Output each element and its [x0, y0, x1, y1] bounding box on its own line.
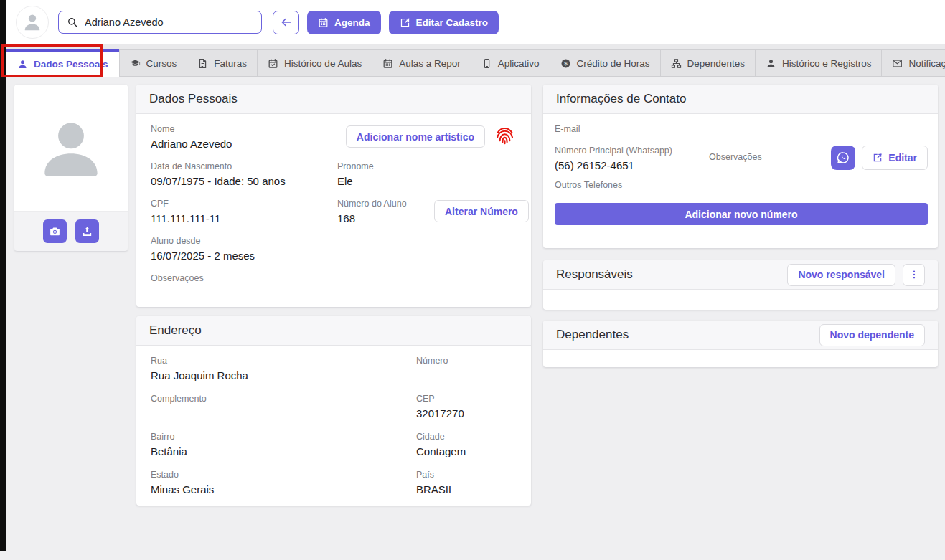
student-number-field: Número do Aluno 168: [337, 199, 434, 225]
sitemap-icon: [671, 58, 682, 69]
card-title: Dependentes: [556, 328, 629, 342]
upload-icon: [81, 225, 93, 237]
city-field: Cidade Contagem: [416, 432, 466, 458]
back-button[interactable]: [273, 11, 299, 34]
field-label: Número do Aluno: [337, 199, 434, 209]
tab-label: Dados Pessoais: [34, 59, 108, 70]
district-field: Bairro Betânia: [151, 432, 416, 458]
number-field: Número: [416, 356, 448, 382]
camera-icon: [49, 225, 61, 237]
field-label: Nome: [151, 124, 337, 134]
editar-cadastro-button[interactable]: Editar Cadastro: [389, 11, 499, 34]
agenda-button[interactable]: Agenda: [307, 11, 381, 34]
calendar-icon: [318, 17, 329, 28]
calendar-check-icon: [268, 58, 278, 69]
student-since-field: Aluno desde 16/07/2025 - 2 meses: [151, 236, 255, 262]
photo-actions: [14, 212, 128, 250]
card-title: Dados Pessoais: [149, 92, 238, 106]
guardians-menu-button[interactable]: [903, 264, 925, 286]
personal-data-card: Dados Pessoais Nome Adriano Azevedo Adic…: [136, 85, 531, 307]
student-search-box[interactable]: [58, 11, 262, 34]
field-label: Pronome: [337, 161, 374, 171]
new-guardian-button[interactable]: Novo responsável: [787, 264, 895, 286]
fingerprint-icon[interactable]: [493, 124, 517, 148]
name-field: Nome Adriano Azevedo: [151, 124, 337, 151]
other-phones-label: Outros Telefones: [555, 180, 928, 190]
field-value: [416, 369, 448, 382]
personal-card-header: Dados Pessoais: [136, 85, 531, 114]
dots-vertical-icon: [908, 269, 920, 280]
country-field: País BRASIL: [416, 470, 454, 496]
field-value: Minas Gerais: [151, 483, 416, 496]
tab-historico-e-registros[interactable]: Histórico e Registros: [755, 49, 883, 77]
edit-icon: [873, 153, 883, 163]
field-label: Cidade: [416, 432, 466, 442]
field-value: 16/07/2025 - 2 meses: [151, 250, 255, 262]
edit-contact-label: Editar: [888, 152, 917, 163]
tab-label: Cursos: [146, 58, 177, 69]
card-title: Responsáveis: [556, 267, 633, 282]
mobile-icon: [481, 58, 492, 69]
edit-contact-button[interactable]: Editar: [862, 146, 928, 170]
tab-label: Histórico de Aulas: [284, 58, 362, 69]
tab-historico-de-aulas[interactable]: Histórico de Aulas: [257, 49, 372, 77]
add-artistic-name-button[interactable]: Adicionar nome artístico: [346, 125, 485, 148]
calendar-icon: [382, 58, 393, 69]
tab-cursos[interactable]: Cursos: [119, 49, 188, 77]
field-label: Número Principal (Whatsapp): [555, 146, 709, 156]
tab-label: Crédito de Horas: [577, 58, 650, 69]
field-value: BRASIL: [416, 483, 454, 496]
field-label: Rua: [151, 356, 416, 366]
whatsapp-icon: [836, 151, 850, 165]
email-label: E-mail: [555, 124, 928, 134]
tab-label: Aplicativo: [498, 58, 540, 69]
profile-photo-placeholder: [14, 85, 128, 212]
field-value: 32017270: [416, 407, 464, 420]
contact-observations-label: Observações: [709, 152, 762, 162]
field-value: 09/07/1975 - Idade: 50 anos: [151, 175, 337, 188]
guardians-card: Responsáveis Novo responsável: [543, 260, 938, 310]
main-number-field: Número Principal (Whatsapp) (56) 26152-4…: [555, 146, 709, 172]
field-label: Observações: [151, 273, 204, 283]
tab-dependentes[interactable]: Dependentes: [660, 49, 756, 77]
editar-cadastro-label: Editar Cadastro: [416, 17, 489, 28]
contact-card-header: Informações de Contato: [543, 85, 938, 114]
pronoun-field: Pronome Ele: [337, 161, 374, 188]
dollar-circle-icon: $: [560, 58, 571, 69]
upload-photo-button[interactable]: [75, 219, 99, 243]
search-input[interactable]: [85, 16, 253, 28]
field-value: [151, 407, 416, 420]
change-number-button[interactable]: Alterar Número: [434, 200, 529, 222]
avatar: [16, 6, 49, 39]
field-label: CEP: [416, 394, 464, 404]
tab-notificacoes[interactable]: Notificações: [881, 49, 945, 77]
tab-label: Histórico e Registros: [782, 58, 872, 69]
arrow-left-icon: [280, 16, 293, 29]
tab-faturas[interactable]: Faturas: [187, 49, 258, 77]
card-title: Endereço: [149, 323, 202, 338]
field-value: Adriano Azevedo: [151, 138, 337, 151]
field-value: (56) 26152-4651: [555, 159, 709, 172]
tab-credito-de-horas[interactable]: $ Crédito de Horas: [550, 49, 661, 77]
field-label: Número: [416, 356, 448, 366]
field-value: Rua Joaquim Rocha: [151, 369, 416, 382]
whatsapp-button[interactable]: [831, 146, 855, 170]
field-value: Contagem: [416, 445, 466, 458]
tab-dados-pessoais[interactable]: Dados Pessoais: [6, 49, 120, 77]
search-icon: [67, 16, 78, 28]
address-card-header: Endereço: [136, 316, 531, 346]
tab-aulas-a-repor[interactable]: Aulas a Repor: [372, 49, 471, 77]
graduation-cap-icon: [130, 58, 141, 69]
field-label: Estado: [151, 470, 416, 480]
guardians-card-header: Responsáveis Novo responsável: [543, 260, 938, 290]
take-photo-button[interactable]: [43, 219, 67, 243]
new-dependent-button[interactable]: Novo dependente: [819, 324, 925, 346]
dependents-card-header: Dependentes Novo dependente: [543, 321, 938, 350]
tab-label: Dependentes: [687, 58, 745, 69]
tab-aplicativo[interactable]: Aplicativo: [471, 49, 550, 77]
field-value: Betânia: [151, 445, 416, 458]
add-new-number-button[interactable]: Adicionar novo número: [555, 203, 928, 225]
window-left-edge: [0, 0, 6, 551]
field-label: País: [416, 470, 454, 480]
person-icon: [766, 58, 776, 69]
